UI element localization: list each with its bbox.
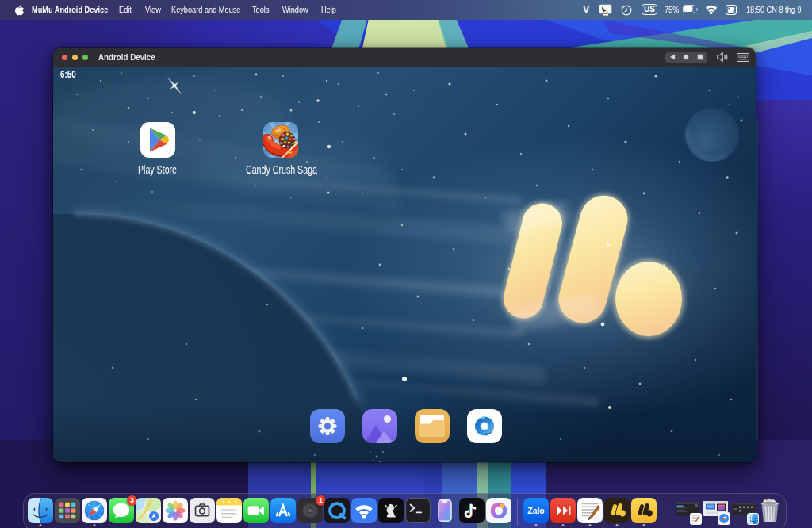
svg-text:Zalo: Zalo (527, 507, 544, 515)
svg-text:Play Store: Play Store (138, 163, 177, 176)
svg-text:Candy Crush Saga: Candy Crush Saga (246, 163, 317, 176)
